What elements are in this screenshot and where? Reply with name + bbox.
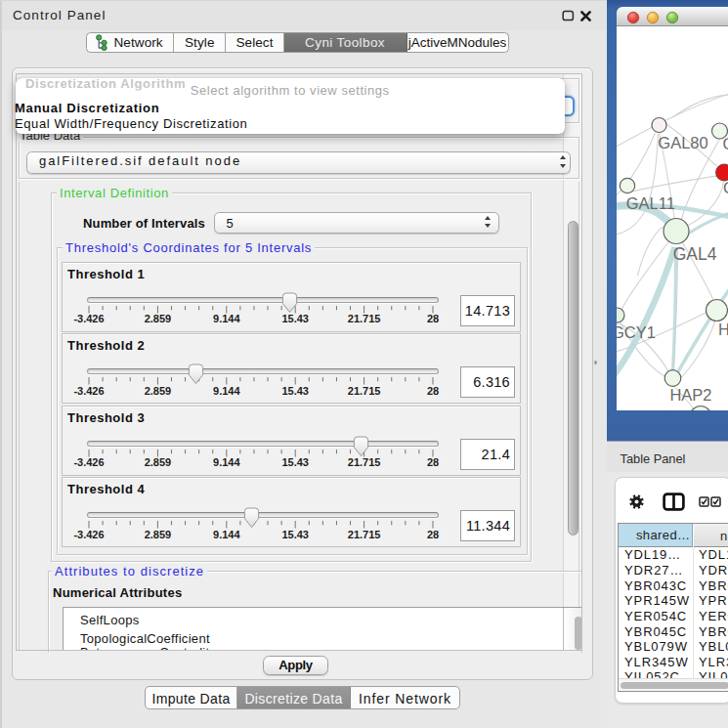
svg-text:GAL11: GAL11 [625,194,674,212]
svg-text:G: G [723,179,728,196]
svg-text:GAL4: GAL4 [672,244,716,264]
svg-text:GA: GA [722,135,728,152]
svg-text:GCY1: GCY1 [617,323,656,341]
svg-text:GAL80: GAL80 [658,134,707,151]
svg-text:HAP2: HAP2 [669,386,711,404]
svg-text:H: H [718,321,728,338]
